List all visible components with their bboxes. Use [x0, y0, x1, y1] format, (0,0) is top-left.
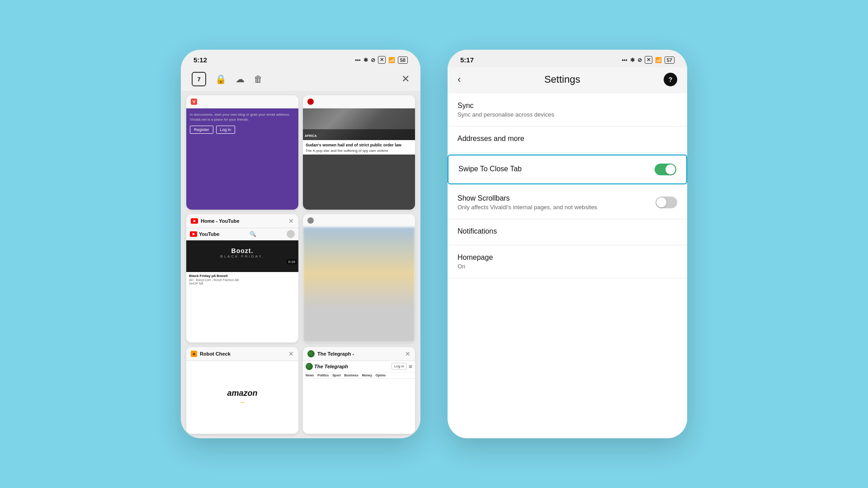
yt-avatar[interactable] — [287, 230, 295, 238]
close-tab-button[interactable]: ✕ — [405, 350, 410, 357]
swipe-close-toggle[interactable] — [655, 164, 676, 175]
tab-header — [303, 214, 415, 227]
dots-icon: ••• — [622, 57, 627, 63]
wifi-icon: 📶 — [388, 57, 395, 63]
telegraph-nav-item: Politics — [317, 374, 329, 377]
yt-thumbnail: Boozt. BLACK FRIDAY. 0:16 — [186, 240, 298, 272]
tab-header: V — [186, 95, 298, 108]
telegraph-nav-item: Money — [362, 374, 372, 377]
mute-icon: ⊘ — [371, 57, 375, 63]
right-status-bar: 5:17 ••• ✱ ⊘ ✕ 📶 57 — [448, 50, 687, 67]
tab-card[interactable]: a Robot Check ✕ amazon ⌣ — [186, 347, 298, 434]
settings-item-swipe-close[interactable]: Swipe To Close Tab — [448, 155, 687, 184]
settings-item-sync[interactable]: Sync Sync and personalise across devices — [448, 94, 687, 127]
youtube-tab-preview: YouTube 🔍 Boozt. BLACK FRIDAY. 0:16 Blac… — [186, 228, 298, 342]
settings-item-subtitle: On — [458, 263, 677, 270]
tab-title: Home - YouTube — [201, 218, 240, 224]
settings-item-notifications[interactable]: Notifications — [448, 219, 687, 245]
tab-title: The Telegraph - — [317, 351, 354, 357]
boozt-sub: BLACK FRIDAY. — [220, 254, 264, 258]
telegraph-nav-item: Opinio — [376, 374, 386, 377]
back-button[interactable]: ‹ — [458, 74, 461, 85]
settings-item-scrollbars[interactable]: Show Scrollbars Only affects Vivaldi's i… — [448, 186, 687, 219]
youtube-bar: YouTube 🔍 — [186, 228, 298, 240]
tab-card[interactable]: V in discussions, start your own blog or… — [186, 95, 298, 210]
tab-header: a Robot Check ✕ — [186, 347, 298, 361]
close-tab-button[interactable]: ✕ — [288, 350, 294, 357]
settings-item-addresses[interactable]: Addresses and more — [448, 127, 687, 153]
settings-item-text: Swipe To Close Tab — [458, 165, 655, 174]
left-status-bar: 5:12 ••• ✱ ⊘ ✕ 📶 58 — [181, 50, 420, 67]
news-headline: Sudan's women hail end of strict public … — [303, 140, 415, 149]
left-time: 5:12 — [193, 56, 207, 64]
blurred-tab-preview — [303, 227, 415, 342]
news-tag-overlay: AFRICA — [303, 129, 415, 140]
vivaldi-tab-preview: in discussions, start your own blog or g… — [186, 108, 298, 210]
news-tag: AFRICA — [305, 134, 316, 137]
telegraph-nav-item: Sport — [332, 374, 340, 377]
yt-video-title: Black Friday på Boozt! — [189, 274, 296, 278]
tab-count-badge[interactable]: 7 — [192, 72, 206, 86]
scrollbars-toggle[interactable] — [656, 197, 677, 208]
settings-item-title: Addresses and more — [458, 135, 677, 143]
telegraph-name: The Telegraph — [314, 364, 348, 369]
settings-list: Sync Sync and personalise across devices… — [448, 94, 687, 438]
right-status-icons: ••• ✱ ⊘ ✕ 📶 57 — [622, 56, 675, 64]
settings-item-subtitle: Sync and personalise across devices — [458, 111, 677, 118]
toggle-thumb — [656, 197, 666, 207]
sync-cloud-icon[interactable]: ☁ — [236, 74, 245, 84]
bluetooth-icon: ✱ — [630, 57, 635, 63]
login-button[interactable]: Log in — [216, 126, 236, 134]
telegraph-logo: The Telegraph — [306, 363, 348, 370]
bluetooth-icon: ✱ — [363, 57, 368, 63]
battery-indicator: 58 — [398, 56, 408, 64]
vivaldi-favicon: V — [191, 99, 197, 105]
telegraph-nav-item: News — [306, 374, 314, 377]
amazon-favicon: a — [191, 351, 197, 357]
register-button[interactable]: Register — [190, 126, 213, 134]
private-tab-icon[interactable]: 🔒 — [215, 74, 226, 84]
amazon-logo: amazon — [227, 389, 257, 398]
toggle-thumb — [665, 164, 675, 174]
settings-item-text: Homepage On — [458, 253, 677, 270]
settings-item-title: Swipe To Close Tab — [458, 165, 655, 173]
help-button[interactable]: ? — [664, 73, 677, 86]
youtube-favicon — [191, 218, 198, 224]
right-time: 5:17 — [460, 56, 474, 64]
tab-icons: 7 🔒 ☁ 🗑 — [192, 72, 263, 86]
telegraph-globe-icon — [306, 363, 313, 370]
telegraph-menu-icon[interactable]: ≡ — [409, 363, 412, 370]
vivaldi-text: in discussions, start your own blog or g… — [190, 112, 295, 122]
trash-icon[interactable]: 🗑 — [254, 74, 263, 84]
telegraph-nav-item: Business — [344, 374, 358, 377]
tab-header: Home - YouTube ✕ — [186, 214, 298, 228]
settings-item-text: Sync Sync and personalise across devices — [458, 102, 677, 118]
boozt-logo: Boozt. — [231, 247, 254, 254]
tab-title: Robot Check — [200, 351, 231, 357]
generic-favicon — [307, 217, 314, 224]
settings-item-homepage[interactable]: Homepage On — [448, 245, 687, 278]
yt-search-icon[interactable]: 🔍 — [250, 231, 256, 237]
tab-card[interactable]: AFRICA Sudan's women hail end of strict … — [303, 95, 415, 210]
settings-title: Settings — [544, 74, 580, 85]
right-phone: 5:17 ••• ✱ ⊘ ✕ 📶 57 ‹ Settings ? Sync Sy… — [448, 50, 687, 438]
tab-header — [303, 95, 415, 108]
tab-card[interactable]: The Telegraph - ✕ The Telegraph Log in ≡ — [303, 347, 415, 434]
telegraph-header: The Telegraph Log in ≡ — [303, 361, 415, 372]
yt-icon — [190, 231, 197, 237]
settings-item-text: Addresses and more — [458, 135, 677, 144]
tab-card[interactable] — [303, 214, 415, 342]
tab-card[interactable]: Home - YouTube ✕ YouTube 🔍 Boozt. BLACK … — [186, 214, 298, 342]
settings-header: ‹ Settings ? — [448, 67, 687, 94]
yt-channel: AD · Boozt.com - Boozt Fashion AB — [189, 278, 296, 282]
close-tab-button[interactable]: ✕ — [288, 217, 294, 225]
telegraph-login[interactable]: Log in — [392, 363, 407, 370]
yt-shop-now: SHOP NÅ — [189, 282, 296, 285]
telegraph-tab-preview: The Telegraph Log in ≡ News Politics Spo… — [303, 361, 415, 434]
tab-header: The Telegraph - ✕ — [303, 347, 415, 361]
close-tabs-button[interactable]: ✕ — [401, 73, 410, 85]
wifi-icon: 📶 — [655, 57, 662, 63]
screen-record-icon: ✕ — [378, 56, 386, 64]
battery-indicator: 57 — [665, 56, 675, 64]
tabs-toolbar: 7 🔒 ☁ 🗑 ✕ — [181, 67, 420, 91]
